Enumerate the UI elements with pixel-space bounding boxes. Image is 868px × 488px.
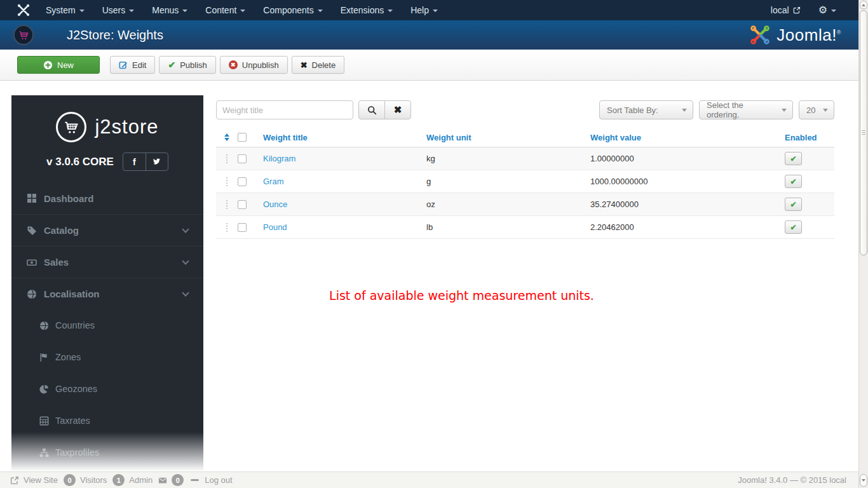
delete-button[interactable]: ✖ Delete	[292, 56, 344, 74]
gear-icon: ⚙	[818, 5, 827, 15]
menu-components[interactable]: Components	[254, 0, 331, 20]
clear-search-button[interactable]: ✖	[384, 100, 411, 119]
sidebar-item-catalog[interactable]: Catalog	[11, 214, 203, 246]
weight-value-cell: 2.20462000	[590, 222, 785, 232]
social-buttons: f	[123, 152, 168, 171]
drag-handle[interactable]	[226, 200, 227, 209]
select-all-checkbox[interactable]	[238, 133, 247, 142]
sidebar-item-dashboard[interactable]: Dashboard	[11, 182, 203, 214]
calculator-icon	[39, 416, 49, 426]
enabled-toggle-button[interactable]: ✔	[785, 175, 802, 188]
row-checkbox[interactable]	[238, 177, 247, 186]
version-label: v 3.0.6 CORE	[46, 156, 114, 168]
unpublish-button[interactable]: ✖ Unpublish	[220, 56, 288, 74]
sidebar-item-geozones[interactable]: Geozones	[11, 373, 203, 405]
status-bar: View Site 0 Visitors 1 Admin 0 Log out J…	[0, 471, 868, 488]
sort-by-select[interactable]: Sort Table By:	[599, 100, 693, 119]
search-button[interactable]	[358, 100, 385, 119]
enabled-toggle-button[interactable]: ✔	[785, 220, 802, 234]
table-row: Kilogram kg 1.00000000 ✔	[216, 147, 834, 170]
menu-content[interactable]: Content	[196, 0, 254, 20]
menu-help[interactable]: Help	[402, 0, 447, 20]
drag-handle[interactable]	[226, 223, 227, 232]
admin-label: Admin	[129, 475, 153, 485]
twitter-icon[interactable]	[146, 153, 168, 170]
joomla-icon[interactable]	[17, 3, 31, 17]
admin-status: 1 Admin	[112, 474, 153, 486]
page-title: J2Store: Weights	[67, 28, 163, 43]
chevron-down-icon	[182, 10, 187, 12]
chevron-down-icon	[823, 109, 828, 112]
sidebar-item-taxrates[interactable]: Taxrates	[11, 405, 203, 437]
column-header-weight-unit[interactable]: Weight unit	[426, 133, 590, 142]
weight-title-link[interactable]: Gram	[263, 177, 284, 186]
list-limit-select[interactable]: 20	[799, 100, 834, 119]
chevron-down-icon	[831, 10, 836, 12]
enabled-toggle-button[interactable]: ✔	[785, 198, 802, 211]
scroll-down-button[interactable]	[860, 474, 867, 487]
check-icon: ✔	[790, 178, 796, 186]
main-content: ✖ Sort Table By: Select the ordering. 20	[216, 100, 834, 302]
site-name-label: local	[771, 5, 789, 15]
weight-title-link[interactable]: Pound	[263, 222, 287, 232]
weight-unit-cell: kg	[426, 154, 590, 163]
unpublish-button-label: Unpublish	[242, 60, 279, 70]
titlebar: J2Store: Weights Joomla!®	[0, 20, 868, 50]
weight-unit-cell: lb	[426, 222, 590, 232]
sidebar-item-localisation[interactable]: Localisation	[11, 278, 203, 309]
user-settings-menu[interactable]: ⚙	[810, 0, 845, 20]
row-checkbox[interactable]	[238, 154, 247, 163]
ordering-sort-icon[interactable]	[224, 133, 229, 141]
weight-title-link[interactable]: Ounce	[263, 200, 287, 209]
scroll-up-button[interactable]	[860, 1, 867, 9]
new-button[interactable]: New	[17, 56, 100, 74]
sitemap-icon	[39, 448, 49, 458]
sidebar-item-sales[interactable]: Sales	[11, 246, 203, 278]
ordering-select[interactable]: Select the ordering.	[699, 100, 793, 119]
view-site-label: View Site	[24, 475, 58, 485]
menu-system-label: System	[46, 5, 76, 15]
x-icon: ✖	[394, 104, 402, 116]
row-checkbox[interactable]	[238, 223, 247, 232]
triangle-down-icon	[862, 479, 865, 482]
sidebar-item-label: Catalog	[44, 225, 79, 236]
sort-by-value: Sort Table By:	[607, 105, 658, 115]
scrollbar-thumb[interactable]	[860, 10, 867, 255]
sidebar-item-label: Zones	[55, 352, 81, 362]
version-row: v 3.0.6 CORE f	[11, 152, 203, 171]
table-row: Gram g 1000.00000000 ✔	[216, 170, 834, 193]
menu-extensions[interactable]: Extensions	[332, 0, 402, 20]
column-header-enabled[interactable]: Enabled	[785, 133, 834, 142]
logout-link[interactable]: Log out	[205, 475, 232, 485]
chevron-down-icon	[182, 257, 189, 264]
enabled-toggle-button[interactable]: ✔	[785, 152, 802, 165]
view-site-link[interactable]: View Site	[10, 475, 58, 485]
check-icon: ✔	[790, 201, 796, 208]
sidebar-item-zones[interactable]: Zones	[11, 341, 203, 373]
plus-circle-icon	[43, 60, 53, 70]
triangle-up-icon	[862, 4, 865, 6]
menu-menus[interactable]: Menus	[143, 0, 196, 20]
sidebar-item-countries[interactable]: Countries	[11, 309, 203, 341]
admin-count-badge: 1	[112, 474, 125, 486]
publish-button[interactable]: ✔ Publish	[159, 56, 215, 74]
drag-handle[interactable]	[226, 177, 227, 186]
facebook-icon[interactable]: f	[123, 153, 146, 170]
chevron-down-icon	[388, 10, 393, 12]
weight-title-link[interactable]: Kilogram	[263, 154, 295, 163]
menu-system[interactable]: System	[37, 0, 93, 20]
column-header-weight-title[interactable]: Weight title	[263, 133, 426, 142]
column-header-weight-value[interactable]: Weight value	[590, 133, 785, 142]
messages-status[interactable]: 0	[158, 474, 184, 486]
edit-button[interactable]: Edit	[110, 56, 155, 74]
info-notice: List of available weight measurement uni…	[216, 288, 834, 302]
menu-users[interactable]: Users	[93, 0, 144, 20]
sidebar-item-taxprofiles[interactable]: Taxprofiles	[11, 437, 203, 468]
new-button-label: New	[57, 60, 74, 70]
j2store-sidebar: j2store v 3.0.6 CORE f Dashboard Catalog	[11, 95, 203, 471]
drag-handle[interactable]	[226, 154, 227, 163]
site-preview-link[interactable]: local	[762, 0, 810, 20]
search-input[interactable]	[216, 100, 353, 119]
row-checkbox[interactable]	[238, 200, 247, 209]
globe-icon	[27, 289, 37, 299]
